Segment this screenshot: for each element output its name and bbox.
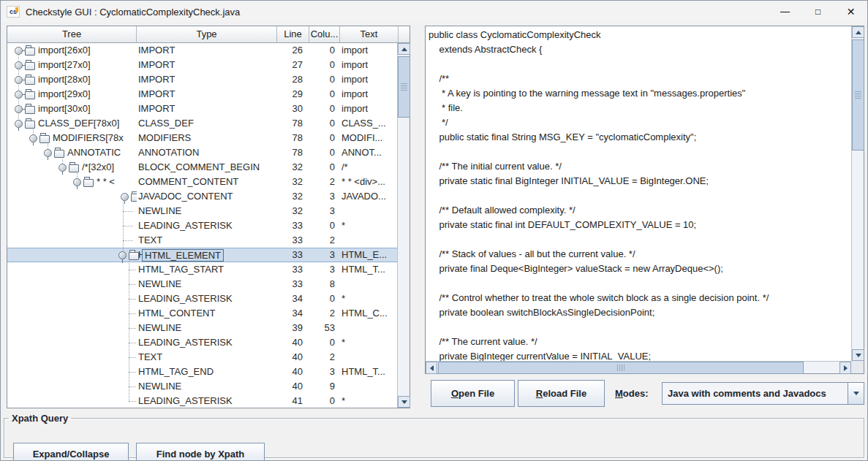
code-text[interactable]: public class CyclomaticComplexityCheck e… <box>426 26 851 361</box>
table-row[interactable]: JAVADOC_CONTENT323JAVADO... <box>7 189 399 204</box>
titlebar: cs Checkstyle GUI : CyclomaticComplexity… <box>1 1 867 23</box>
collapse-handle-icon[interactable] <box>118 251 127 259</box>
scroll-right-button[interactable] <box>839 362 851 374</box>
folder-icon <box>25 47 35 56</box>
table-row[interactable]: NEWLINE323 <box>7 204 399 218</box>
table-row[interactable]: TEXT332 <box>7 233 399 248</box>
cell-line: 40 <box>277 379 309 394</box>
scroll-up-button[interactable] <box>398 43 410 55</box>
collapse-handle-icon[interactable] <box>121 193 129 201</box>
table-row[interactable]: ANNOTATICANNOTATION780ANNOT... <box>7 145 399 160</box>
close-button[interactable]: ✕ <box>834 1 867 23</box>
expand-handle-icon[interactable] <box>15 61 23 69</box>
table-row[interactable]: LEADING_ASTERISK330* <box>7 218 399 233</box>
expand-collapse-button[interactable]: Expand/Collapse <box>13 443 129 461</box>
maximize-button[interactable]: □ <box>801 1 834 23</box>
cell-text: import <box>340 102 399 116</box>
table-row[interactable]: NEWLINE3953 <box>7 321 399 335</box>
cell-line: 78 <box>277 131 309 145</box>
cell-text: import <box>340 43 399 58</box>
cell-type: NEWLINE <box>137 277 277 292</box>
table-row[interactable]: CLASS_DEF[78x0]CLASS_DEF780CLASS_... <box>7 116 399 131</box>
expand-handle-icon[interactable] <box>15 91 23 99</box>
tree-node-label: import[26x0] <box>37 43 91 58</box>
cell-line: 33 <box>277 233 309 248</box>
arrow-down-icon <box>856 354 861 357</box>
table-row[interactable]: import[30x0]IMPORT300import <box>7 102 399 116</box>
code-hscrollbar-thumb[interactable] <box>438 362 804 374</box>
table-row[interactable]: LEADING_ASTERISK340* <box>7 292 399 306</box>
cell-type: LEADING_ASTERISK <box>137 218 277 233</box>
table-row[interactable]: LEADING_ASTERISK410* <box>7 394 399 408</box>
cell-text: HTML_T... <box>340 262 399 277</box>
table-row[interactable]: HTML_CONTENT342HTML_C... <box>7 306 399 321</box>
column-header[interactable]: Tree <box>7 26 137 42</box>
expand-handle-icon[interactable] <box>15 47 23 55</box>
collapse-handle-icon[interactable] <box>29 134 37 142</box>
table-row[interactable]: /*[32x0]BLOCK_COMMENT_BEGIN320/* <box>7 160 399 175</box>
collapse-handle-icon[interactable] <box>73 178 81 186</box>
cell-type: TEXT <box>137 233 277 248</box>
cell-col: 3 <box>309 204 340 218</box>
cell-line: 32 <box>277 175 309 189</box>
table-row[interactable]: import[27x0]IMPORT270import <box>7 58 399 72</box>
collapse-handle-icon[interactable] <box>44 149 52 157</box>
table-row[interactable]: LEADING_ASTERISK400* <box>7 335 399 350</box>
cell-col: 2 <box>309 233 340 248</box>
reload-file-button[interactable]: Reload File <box>518 380 605 407</box>
open-file-button[interactable]: Open File <box>431 380 515 407</box>
table-row[interactable]: * * <COMMENT_CONTENT322* * <div>... <box>7 175 399 189</box>
scroll-left-button[interactable] <box>426 362 437 374</box>
table-row[interactable]: import[26x0]IMPORT260import <box>7 43 399 58</box>
scroll-down-button[interactable] <box>852 349 864 361</box>
cell-text: import <box>340 58 399 72</box>
cell-type: HTML_TAG_END <box>137 365 277 379</box>
column-header[interactable]: Colu... <box>309 26 340 42</box>
cell-col: 0 <box>309 72 340 87</box>
table-row[interactable]: NEWLINE409 <box>7 379 399 394</box>
table-row[interactable]: NEWLINE338 <box>7 277 399 292</box>
tree-connector-stub <box>129 343 137 343</box>
scroll-down-button[interactable] <box>398 396 410 408</box>
find-node-by-xpath-button[interactable]: Find node by Xpath <box>136 443 265 461</box>
collapse-handle-icon[interactable] <box>15 120 23 128</box>
table-row[interactable]: TEXT402 <box>7 350 399 365</box>
column-header[interactable]: Line <box>277 26 309 42</box>
cell-text: MODIFI... <box>340 131 399 145</box>
cell-line: 34 <box>277 306 309 321</box>
tree-connector-stub <box>129 328 137 329</box>
tree-scrollbar-thumb[interactable] <box>398 56 410 118</box>
code-horizontal-scrollbar[interactable] <box>426 361 851 373</box>
cell-text: HTML_C... <box>340 306 399 321</box>
expand-handle-icon[interactable] <box>15 105 23 113</box>
table-row[interactable]: HTML_TAG_START333HTML_T... <box>7 262 399 277</box>
column-header[interactable]: Text <box>340 26 399 42</box>
combobox-arrow-button[interactable] <box>848 383 864 404</box>
cell-col: 8 <box>309 277 340 292</box>
cell-text: JAVADO... <box>340 189 399 204</box>
table-row[interactable]: import[29x0]IMPORT290import <box>7 87 399 102</box>
cell-line: 33 <box>277 277 309 292</box>
table-row[interactable]: HTML_TAG_END403HTML_T... <box>7 365 399 379</box>
code-scrollbar-thumb[interactable] <box>852 39 864 151</box>
code-vertical-scrollbar[interactable] <box>851 26 864 361</box>
table-row[interactable]: HTML_ELEMENTHTML_ELEMENT333HTML_E... <box>7 248 399 262</box>
cell-col: 0 <box>309 292 340 306</box>
scrollbar-corner <box>851 361 864 373</box>
table-row[interactable]: MODIFIERS[78xMODIFIERS780MODIFI... <box>7 131 399 145</box>
tree-connector-stub <box>123 211 133 212</box>
minimize-button[interactable]: — <box>769 1 801 23</box>
code-panel: public class CyclomaticComplexityCheck e… <box>425 26 864 374</box>
expand-handle-icon[interactable] <box>15 76 23 84</box>
table-row[interactable]: import[28x0]IMPORT280import <box>7 72 399 87</box>
tree-connector-stub <box>129 372 137 373</box>
modes-combobox[interactable]: Java with comments and Javadocs <box>662 382 864 405</box>
folder-icon <box>83 179 94 187</box>
tree-scrollbar[interactable] <box>397 43 410 408</box>
cell-text <box>340 350 399 365</box>
scroll-up-button[interactable] <box>852 26 864 38</box>
cell-line: 29 <box>277 87 309 102</box>
column-header[interactable]: Type <box>137 26 277 42</box>
cell-col: 0 <box>309 116 340 131</box>
collapse-handle-icon[interactable] <box>59 164 67 172</box>
